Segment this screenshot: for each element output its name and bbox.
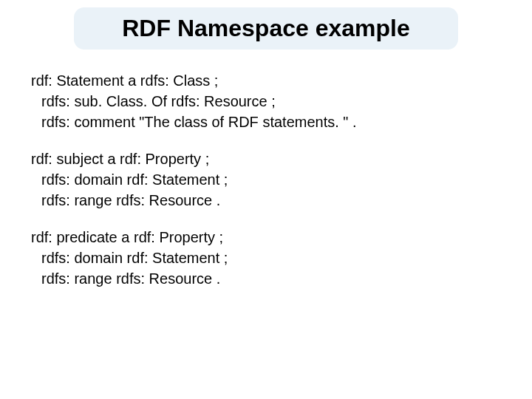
code-line: rdf: Statement a rdfs: Class ; [31,70,502,91]
code-line: rdfs: domain rdf: Statement ; [31,169,502,190]
code-line: rdfs: comment "The class of RDF statemen… [31,112,502,132]
code-block: rdf: subject a rdf: Property ; rdfs: dom… [31,149,502,211]
code-block: rdf: Statement a rdfs: Class ; rdfs: sub… [31,70,502,132]
code-block: rdf: predicate a rdf: Property ; rdfs: d… [31,227,502,289]
code-line: rdf: predicate a rdf: Property ; [31,227,502,248]
code-line: rdfs: range rdfs: Resource . [31,190,502,211]
code-line: rdfs: domain rdf: Statement ; [31,248,502,268]
page-title: RDF Namespace example [96,15,436,42]
title-container: RDF Namespace example [74,7,458,50]
code-line: rdfs: sub. Class. Of rdfs: Resource ; [31,91,502,112]
code-line: rdfs: range rdfs: Resource . [31,268,502,289]
content-body: rdf: Statement a rdfs: Class ; rdfs: sub… [30,70,502,289]
code-line: rdf: subject a rdf: Property ; [31,149,502,169]
